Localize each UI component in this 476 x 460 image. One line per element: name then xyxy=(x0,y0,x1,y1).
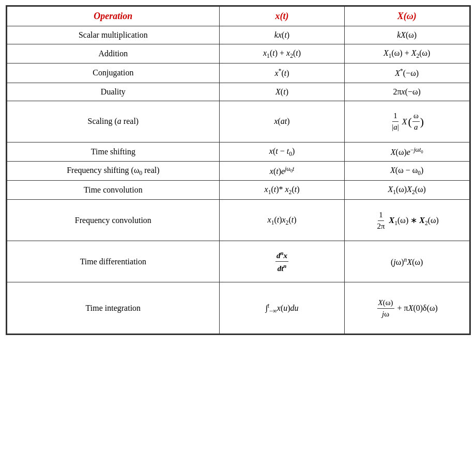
xw-time-conv: X1(ω)X2(ω) xyxy=(344,181,469,200)
xt-addition: x1(t) + x2(t) xyxy=(220,44,345,64)
xw-freq-conv: 1 2π X1(ω) ∗ X2(ω) xyxy=(344,200,469,241)
op-addition: Addition xyxy=(7,44,220,64)
row-freq-convolution: Frequency convolution x1(t)x2(t) 1 2π X1… xyxy=(7,200,469,241)
row-time-shifting: Time shifting x(t − t0) X(ω)e−jωt0 xyxy=(7,142,469,161)
row-scalar-multiplication: Scalar multiplication kx(t) kX(ω) xyxy=(7,26,469,44)
row-time-integration: Time integration ∫t−∞x(u)du X(ω) jω + πX… xyxy=(7,282,469,334)
op-time-conv: Time convolution xyxy=(7,181,220,200)
op-conjugation: Conjugation xyxy=(7,64,220,83)
xw-time-diff: (jω)nX(ω) xyxy=(344,241,469,282)
row-time-convolution: Time convolution x1(t)* x2(t) X1(ω)X2(ω) xyxy=(7,181,469,200)
xw-time-shifting: X(ω)e−jωt0 xyxy=(344,142,469,161)
xt-time-conv: x1(t)* x2(t) xyxy=(220,181,345,200)
col-header-operation: Operation xyxy=(7,7,220,26)
xw-time-int: X(ω) jω + πX(0)δ(ω) xyxy=(344,282,469,334)
xw-scalar: kX(ω) xyxy=(344,26,469,44)
xw-freq-shifting: X(ω − ω0) xyxy=(344,161,469,180)
xt-duality: X(t) xyxy=(220,83,345,101)
row-time-diff: Time differentiation dnx dtn (jω)nX(ω) xyxy=(7,241,469,282)
op-time-shifting: Time shifting xyxy=(7,142,220,161)
op-time-int: Time integration xyxy=(7,282,220,334)
xt-time-shifting: x(t − t0) xyxy=(220,142,345,161)
op-freq-shifting: Frequency shifting (ω0 real) xyxy=(7,161,220,180)
xt-time-int: ∫t−∞x(u)du xyxy=(220,282,345,334)
row-conjugation: Conjugation x*(t) X*(−ω) xyxy=(7,64,469,83)
xw-scaling: 1 |a| X ( ω a ) xyxy=(344,101,469,142)
xw-addition: X1(ω) + X2(ω) xyxy=(344,44,469,64)
col-header-xw: X(ω) xyxy=(344,7,469,26)
xw-duality: 2πx(−ω) xyxy=(344,83,469,101)
op-duality: Duality xyxy=(7,83,220,101)
row-frequency-shifting: Frequency shifting (ω0 real) x(t)ejω0t X… xyxy=(7,161,469,180)
row-duality: Duality X(t) 2πx(−ω) xyxy=(7,83,469,101)
row-addition: Addition x1(t) + x2(t) X1(ω) + X2(ω) xyxy=(7,44,469,64)
xt-scalar: kx(t) xyxy=(220,26,345,44)
op-scaling: Scaling (a real) xyxy=(7,101,220,142)
xt-conjugation: x*(t) xyxy=(220,64,345,83)
xt-time-diff: dnx dtn xyxy=(220,241,345,282)
xw-conjugation: X*(−ω) xyxy=(344,64,469,83)
op-freq-conv: Frequency convolution xyxy=(7,200,220,241)
xt-freq-conv: x1(t)x2(t) xyxy=(220,200,345,241)
op-scalar: Scalar multiplication xyxy=(7,26,220,44)
xt-scaling: x(at) xyxy=(220,101,345,142)
row-scaling: Scaling (a real) x(at) 1 |a| X ( ω xyxy=(7,101,469,142)
main-table-container: Operation x(t) X(ω) Scalar multiplicatio… xyxy=(6,5,471,335)
col-header-xt: x(t) xyxy=(220,7,345,26)
op-time-diff: Time differentiation xyxy=(7,241,220,282)
xt-freq-shifting: x(t)ejω0t xyxy=(220,161,345,180)
